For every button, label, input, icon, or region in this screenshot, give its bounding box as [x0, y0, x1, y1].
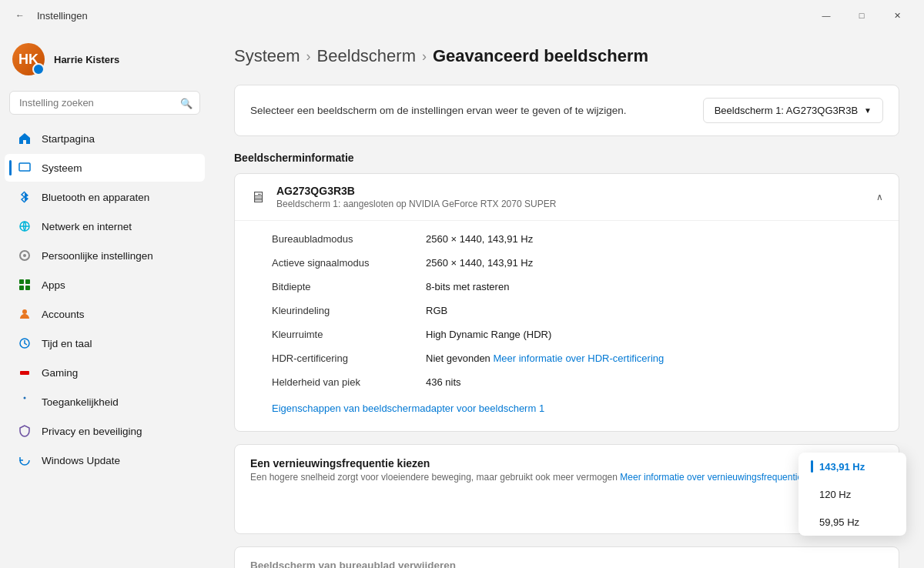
sidebar-item-label: Apps: [42, 279, 65, 291]
dropdown-option-143[interactable]: 143,91 Hz: [798, 453, 906, 480]
sidebar-item-accessibility[interactable]: Toegankelijkheid: [5, 388, 205, 416]
info-label: Kleurindeling: [272, 305, 426, 316]
sidebar-item-system[interactable]: Systeem: [5, 154, 205, 182]
sidebar-item-update[interactable]: Windows Update: [5, 446, 205, 474]
sidebar-item-label: Startpagina: [42, 133, 95, 145]
selected-indicator: [811, 460, 813, 473]
refresh-header: Een vernieuwingsfrequentie kiezen Een ho…: [250, 457, 883, 483]
sidebar-item-personalize[interactable]: Persoonlijke instellingen: [5, 242, 205, 269]
info-value: High Dynamic Range (HDR): [426, 329, 551, 340]
display-info-table: Bureaubladmodus 2560 × 1440, 143,91 Hz A…: [235, 221, 899, 431]
time-icon: [17, 336, 32, 351]
sidebar-item-label: Netwerk en internet: [42, 221, 132, 232]
search-icon: 🔍: [180, 97, 192, 109]
info-value: 8-bits met rasteren: [426, 281, 509, 292]
restore-button[interactable]: □: [844, 0, 879, 31]
svg-rect-0: [19, 163, 30, 171]
refresh-desc: Een hogere snelheid zorgt voor vloeiende…: [250, 472, 802, 483]
breadcrumb-sep-2: ›: [422, 48, 427, 65]
update-icon: [17, 453, 32, 468]
search-box[interactable]: 🔍: [9, 91, 200, 115]
display-info-card: 🖥 AG273QG3R3B Beeldscherm 1: aangesloten…: [234, 173, 899, 432]
refresh-title: Een vernieuwingsfrequentie kiezen: [250, 457, 802, 469]
sidebar-item-privacy[interactable]: Privacy en beveiliging: [5, 417, 205, 445]
refresh-info-link[interactable]: Meer informatie over vernieuwingsfrequen…: [620, 472, 802, 483]
accounts-icon: [17, 306, 32, 322]
info-label: Kleurruimte: [272, 329, 426, 340]
apps-icon: [17, 277, 32, 292]
info-row-bureaubladmodus: Bureaubladmodus 2560 × 1440, 143,91 Hz: [235, 227, 899, 251]
sidebar-item-label: Windows Update: [42, 455, 120, 466]
info-row-hdr: HDR-certificering Niet gevonden Meer inf…: [235, 346, 899, 370]
remove-title: Beeldscherm van bureaublad verwijderen: [250, 560, 883, 568]
arrow-container: → 143,91 Hz 120 Hz 59,95 Hz: [250, 489, 883, 521]
sidebar-item-time[interactable]: Tijd en taal: [5, 329, 205, 357]
window-controls: — □ ✕: [808, 0, 915, 31]
avatar: HK: [12, 43, 45, 75]
privacy-icon: [17, 423, 32, 439]
sidebar-user: HK Harrie Kisters: [0, 37, 209, 88]
svg-rect-4: [25, 279, 30, 284]
sidebar-item-label: Toegankelijkheid: [42, 396, 119, 408]
network-icon: [17, 219, 32, 234]
gaming-icon: [17, 365, 32, 380]
display-card-header: 🖥 AG273QG3R3B Beeldscherm 1: aangesloten…: [235, 174, 899, 221]
breadcrumb: Systeem › Beeldscherm › Geavanceerd beel…: [234, 46, 899, 66]
info-label: HDR-certificering: [272, 352, 426, 364]
app-body: HK Harrie Kisters 🔍 Startpagina Systeem …: [0, 31, 924, 568]
breadcrumb-sep-1: ›: [306, 48, 311, 65]
system-icon: [17, 160, 32, 175]
sidebar-item-accounts[interactable]: Accounts: [5, 300, 205, 328]
info-value: Niet gevonden Meer informatie over HDR-c…: [426, 352, 664, 364]
info-row-kleurruimte: Kleurruimte High Dynamic Range (HDR): [235, 322, 899, 346]
remove-desktop-card: Beeldscherm van bureaublad verwijderen V…: [234, 546, 899, 568]
sidebar-item-apps[interactable]: Apps: [5, 271, 205, 299]
info-label: Bitdiepte: [272, 281, 426, 292]
info-value: RGB: [426, 305, 447, 316]
search-input[interactable]: [9, 91, 200, 115]
adapter-properties-link[interactable]: Eigenschappen van beeldschermadapter voo…: [272, 403, 544, 414]
dropdown-option-5995[interactable]: 59,95 Hz: [798, 508, 906, 536]
titlebar: ← Instellingen — □ ✕: [0, 0, 924, 31]
minimize-button[interactable]: —: [808, 0, 844, 31]
dropdown-option-120[interactable]: 120 Hz: [798, 480, 906, 508]
back-button[interactable]: ←: [9, 5, 31, 26]
bluetooth-icon: [17, 189, 32, 205]
info-row-signaalmodus: Actieve signaalmodus 2560 × 1440, 143,91…: [235, 251, 899, 275]
sidebar-item-network[interactable]: Netwerk en internet: [5, 212, 205, 240]
sidebar-item-home[interactable]: Startpagina: [5, 125, 205, 152]
hdr-info-link[interactable]: Meer informatie over HDR-certificering: [493, 352, 664, 364]
info-row-bitdiepte: Bitdiepte 8-bits met rasteren: [235, 275, 899, 299]
section-title-display: Beeldscherminformatie: [234, 152, 899, 164]
monitor-banner: Selecteer een beeldscherm om de instelli…: [234, 85, 899, 136]
monitor-icon: 🖥: [250, 189, 266, 206]
chevron-down-icon: ▼: [864, 106, 872, 115]
monitor-select-dropdown[interactable]: Beeldscherm 1: AG273QG3R3B ▼: [703, 98, 883, 123]
info-label: Actieve signaalmodus: [272, 257, 426, 269]
home-icon: [17, 131, 32, 146]
sidebar-item-label: Systeem: [42, 162, 82, 174]
display-name: AG273QG3R3B: [276, 185, 556, 197]
sidebar-item-label: Tijd en taal: [42, 338, 92, 349]
close-button[interactable]: ✕: [879, 0, 915, 31]
content-area: Systeem › Beeldscherm › Geavanceerd beel…: [209, 31, 924, 568]
sidebar-item-label: Persoonlijke instellingen: [42, 250, 153, 262]
selected-indicator: [811, 516, 813, 528]
sidebar-item-label: Bluetooth en apparaten: [42, 192, 149, 203]
refresh-card: Een vernieuwingsfrequentie kiezen Een ho…: [234, 444, 899, 534]
breadcrumb-beeldscherm[interactable]: Beeldscherm: [317, 46, 416, 66]
info-value: 2560 × 1440, 143,91 Hz: [426, 257, 533, 269]
svg-point-7: [22, 309, 27, 314]
breadcrumb-systeem[interactable]: Systeem: [234, 46, 300, 66]
dropdown-option-label: 120 Hz: [819, 489, 851, 500]
info-value: 436 nits: [426, 376, 461, 388]
breadcrumb-current: Geavanceerd beeldscherm: [433, 46, 648, 66]
dropdown-option-label: 59,95 Hz: [819, 516, 859, 528]
dropdown-option-label: 143,91 Hz: [819, 461, 865, 473]
refresh-rate-dropdown[interactable]: 143,91 Hz 120 Hz 59,95 Hz: [798, 453, 906, 536]
chevron-up-icon[interactable]: ∧: [876, 192, 883, 202]
sidebar-item-gaming[interactable]: Gaming: [5, 359, 205, 386]
sidebar: HK Harrie Kisters 🔍 Startpagina Systeem …: [0, 31, 209, 568]
svg-point-9: [24, 397, 26, 399]
sidebar-item-bluetooth[interactable]: Bluetooth en apparaten: [5, 183, 205, 211]
